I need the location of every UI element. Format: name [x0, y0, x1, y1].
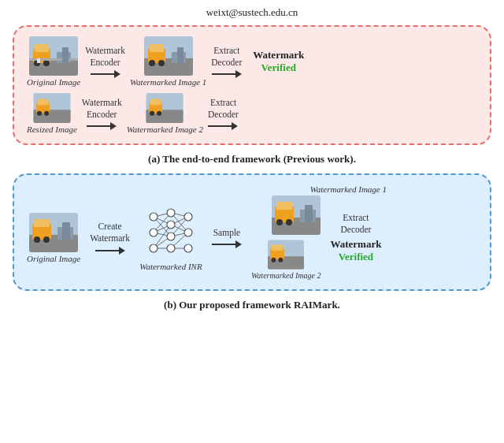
panel-a: Original Image Watermark Encoder [13, 25, 491, 145]
wm-img2-block-b: Watermarked Image 2 [251, 240, 321, 280]
verified-label-a: Verified [261, 61, 296, 74]
resized-image-block: Resized Image [27, 93, 77, 134]
wm-img2-label-b: Watermarked Image 2 [251, 271, 321, 280]
svg-point-23 [44, 111, 49, 116]
extract-arrow-1: Extract Decoder [211, 45, 242, 79]
original-image-block-1: Original Image [27, 36, 80, 87]
svg-point-62 [184, 213, 192, 221]
svg-point-70 [286, 219, 292, 225]
svg-point-77 [272, 258, 276, 262]
encoder-arrow-1: Watermark Encoder [85, 45, 125, 79]
svg-rect-76 [272, 244, 284, 250]
original-image-label-b: Original Image [27, 254, 80, 263]
svg-point-69 [276, 219, 283, 225]
svg-rect-3 [35, 44, 49, 52]
resized-image [33, 93, 71, 123]
watermarked-image-2 [146, 93, 183, 123]
svg-rect-37 [62, 222, 70, 240]
svg-rect-13 [150, 44, 164, 52]
svg-point-29 [157, 111, 161, 116]
original-image-block-b: Original Image [27, 213, 80, 263]
panel-a-row2: Resized Image Watermark Encoder [27, 93, 477, 134]
svg-point-22 [37, 111, 42, 116]
verified-label-b: Verified [339, 251, 373, 263]
original-image-b [29, 213, 78, 252]
svg-point-56 [150, 229, 158, 236]
svg-point-61 [167, 244, 175, 252]
svg-point-5 [43, 60, 50, 66]
panel-b-content: Original Image Create Watermark [27, 195, 477, 280]
neural-network-block: Watermarked INR [139, 205, 202, 271]
svg-point-55 [150, 213, 158, 221]
nn-label: Watermarked INR [139, 262, 202, 271]
panel-b-caption: (b) Our proposed framework RAIMark. [164, 299, 340, 311]
original-image-1 [29, 36, 78, 76]
email-header: weixt@sustech.edu.cn [206, 6, 298, 19]
panel-a-row1: Original Image Watermark Encoder [27, 36, 477, 87]
svg-rect-21 [38, 99, 49, 106]
watermarked-image-block-1: Watermarked Image 1 [130, 36, 206, 87]
create-watermark-arrow: Create Watermark [90, 221, 130, 255]
watermark-label-a: Watermark [253, 49, 304, 61]
wm-img1-b [272, 195, 321, 235]
watermarked-image-label-1: Watermarked Image 1 [130, 77, 206, 87]
svg-point-14 [149, 60, 155, 66]
watermarked-image-1 [144, 36, 193, 76]
svg-point-57 [150, 244, 158, 252]
svg-rect-68 [276, 202, 292, 210]
wm-img2-b [268, 240, 304, 270]
svg-point-15 [158, 60, 165, 66]
original-image-label-1: Original Image [27, 77, 80, 87]
svg-point-78 [279, 258, 284, 262]
svg-rect-72 [305, 205, 313, 222]
panel-b: Watermarked Image 1 Original Image [13, 173, 491, 291]
svg-rect-8 [37, 58, 40, 63]
neural-network-svg [139, 205, 202, 260]
svg-point-64 [184, 244, 192, 252]
svg-point-59 [167, 221, 175, 229]
watermark-label-b: Watermark [330, 238, 381, 251]
svg-point-35 [43, 236, 50, 243]
svg-rect-33 [34, 219, 50, 227]
sample-arrow: Sample [212, 227, 242, 249]
resized-image-label: Resized Image [27, 125, 77, 134]
output-images-b: Watermarked Image 2 [251, 195, 321, 280]
svg-point-58 [167, 209, 175, 217]
svg-rect-7 [29, 58, 78, 61]
svg-rect-27 [150, 99, 161, 106]
extract-arrow-2: Extract Decoder [208, 97, 239, 131]
wm-img1-label-top: Watermarked Image 1 [310, 184, 387, 194]
svg-rect-17 [177, 47, 183, 63]
encoder-arrow-2: Watermark Encoder [82, 97, 122, 131]
watermarked-image-block-2: Watermarked Image 2 [127, 93, 203, 134]
wm-img1-block-b [272, 195, 321, 235]
svg-point-60 [167, 233, 175, 240]
svg-point-34 [34, 236, 40, 243]
extract-verified-b: Extract Decoder Watermark Verified [330, 212, 381, 264]
panel-a-caption: (a) The end-to-end framework (Previous w… [148, 153, 356, 166]
watermark-verified-a: Watermark Verified [253, 49, 304, 74]
panel-a-content: Original Image Watermark Encoder [27, 36, 477, 134]
svg-point-28 [150, 111, 154, 116]
svg-rect-9 [62, 47, 69, 63]
svg-point-63 [184, 229, 192, 236]
watermarked-image-label-2: Watermarked Image 2 [127, 125, 203, 134]
watermark-verified-b: Watermark Verified [330, 238, 381, 263]
